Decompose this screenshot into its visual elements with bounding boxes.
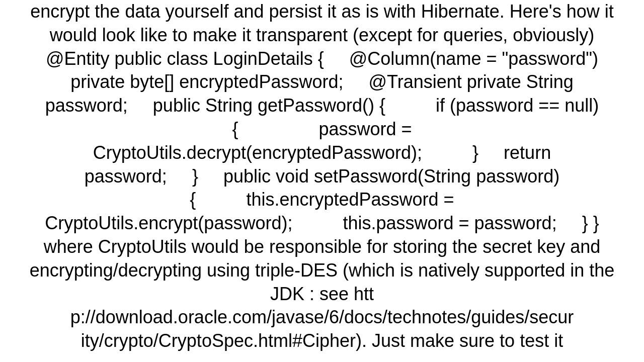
main-content: encrypt the data yourself and persist it… (0, 0, 644, 362)
body-text: encrypt the data yourself and persist it… (20, 0, 624, 353)
